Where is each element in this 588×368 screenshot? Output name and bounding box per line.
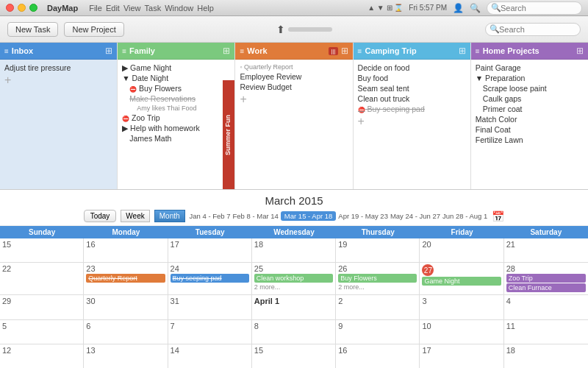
today-button[interactable]: Today [84,210,117,222]
work-menu-icon[interactable]: ≡ [240,47,244,55]
cal-day-16-mar[interactable]: 16 [84,238,168,262]
task-primer-coat[interactable]: Primer coat [476,104,584,114]
cal-day-apr3[interactable]: 3 [420,295,503,319]
cal-day-18-mar[interactable]: 18 [252,238,336,262]
slider[interactable] [288,27,332,32]
menu-help[interactable]: Help [197,4,214,13]
cal-day-apr10[interactable]: 10 [420,320,503,344]
cal-day-apr8[interactable]: 8 [252,320,336,344]
menu-edit[interactable]: Edit [106,4,120,13]
range-apr-may[interactable]: Apr 19 - May 23 [338,212,388,220]
family-action-icon[interactable]: ⊞ [223,46,230,56]
task-buy-flowers[interactable]: ⛔ Buy Flowers [122,83,220,93]
minimize-button[interactable] [18,4,26,12]
cal-day-apr1[interactable]: April 1 [252,295,336,319]
cal-day-apr13[interactable]: 13 [84,344,168,368]
cal-day-apr9[interactable]: 9 [336,320,420,344]
range-jun-aug[interactable]: Jun 28 - Aug 1 [442,212,487,220]
task-match-color[interactable]: Match Color [476,114,584,124]
cal-day-apr4[interactable]: 4 [504,295,588,319]
cal-day-apr5[interactable]: 5 [0,320,84,344]
task-james-math[interactable]: James Math [122,133,220,144]
cal-day-apr12[interactable]: 12 [0,344,84,368]
range-feb-mar[interactable]: Feb 8 - Mar 14 [233,212,279,220]
more-events-26[interactable]: 2 more... [338,283,417,291]
cal-day-apr11[interactable]: 11 [504,320,588,344]
task-buy-food[interactable]: Buy food [358,73,466,83]
event-zoo-trip[interactable]: Zoo Trip [506,274,586,283]
cal-day-17-mar[interactable]: 17 [168,238,252,262]
new-project-button[interactable]: New Project [64,22,123,37]
more-events-25[interactable]: 2 more... [254,283,333,291]
menu-window[interactable]: Window [165,4,193,13]
task-fertilize-lawn[interactable]: Fertilize Lawn [476,135,584,145]
menu-view[interactable]: View [123,4,141,13]
task-game-night[interactable]: ▶ Game Night [122,63,220,73]
toolbar-search[interactable]: 🔍 [485,23,581,36]
cal-day-22[interactable]: 22 [0,263,84,294]
task-seam-tent[interactable]: Seam seal tent [358,83,466,93]
task-clean-truck[interactable]: Clean out truck [358,93,466,104]
camping-menu-icon[interactable]: ≡ [358,47,362,55]
event-clean-workshop[interactable]: Clean workshop [254,274,333,283]
cal-day-19-mar[interactable]: 19 [336,238,420,262]
cal-day-31[interactable]: 31 [168,295,252,319]
inbox-menu-icon[interactable]: ≡ [4,47,9,55]
task-review-budget[interactable]: Review Budget [240,82,348,92]
cal-day-24[interactable]: 24 Buy seeping pad [168,263,252,294]
inbox-action-icon[interactable]: ⊞ [105,46,112,56]
cal-day-27[interactable]: 27 Game Night [420,263,503,294]
menu-task[interactable]: Task [145,4,162,13]
cal-day-23[interactable]: 23 Quarterly Report [84,263,168,294]
event-quarterly-report[interactable]: Quarterly Report [86,274,165,283]
cal-day-apr17[interactable]: 17 [420,344,503,368]
event-buy-flowers[interactable]: Buy Flowers [338,274,417,283]
cal-day-apr18[interactable]: 18 [504,344,588,368]
task-decide-food[interactable]: Decide on food [358,63,466,73]
event-game-night[interactable]: Game Night [422,277,501,286]
range-may-jun[interactable]: May 24 - Jun 27 [390,212,440,220]
cal-day-21-mar[interactable]: 21 [504,238,588,262]
new-task-button[interactable]: New Task [7,22,58,37]
camping-action-icon[interactable]: ⊞ [459,46,466,56]
range-jan-feb[interactable]: Jan 4 - Feb 7 [190,212,231,220]
cal-day-28[interactable]: 28 Zoo Trip Clean Furnace [504,263,588,294]
home-menu-icon[interactable]: ≡ [476,47,480,55]
task-zoo-trip[interactable]: ⛔ Zoo Trip [122,113,220,123]
task-employee-review[interactable]: Employee Review [240,71,348,82]
close-button[interactable] [6,4,14,12]
share-icon[interactable]: ⬆ [276,24,285,35]
month-view-button[interactable]: Month [154,210,185,222]
family-menu-icon[interactable]: ≡ [122,47,126,55]
add-inbox-task[interactable]: + [4,73,112,88]
task-make-reservations[interactable]: Make Reservations [122,93,220,104]
cal-day-20-mar[interactable]: 20 [420,238,503,262]
task-buy-sleeping-pad[interactable]: ⛔ Buy seeping pad [358,104,466,114]
add-camping-task[interactable]: + [358,114,466,129]
cal-day-apr14[interactable]: 14 [168,344,252,368]
cal-day-apr6[interactable]: 6 [84,320,168,344]
cal-day-29[interactable]: 29 [0,295,84,319]
menu-file[interactable]: File [89,4,102,13]
calendar-picker-icon[interactable]: 📅 [492,210,504,222]
work-action-icon[interactable]: ⊞ [341,46,348,56]
task-scrape-paint[interactable]: Scrape loose paint [476,83,584,93]
task-preparation[interactable]: ▼ Preparation [476,73,584,83]
title-search[interactable]: 🔍 [487,1,582,15]
task-caulk-gaps[interactable]: Caulk gaps [476,93,584,104]
range-mar-apr[interactable]: Mar 15 - Apr 18 [281,211,336,221]
week-view-button[interactable]: Week [121,210,149,222]
task-quarterly-report[interactable]: ◦ Quarterly Report [240,63,348,71]
cal-day-15-mar[interactable]: 15 [0,238,84,262]
task-help-homework[interactable]: ▶ Help with homework [122,123,220,133]
cal-day-apr7[interactable]: 7 [168,320,252,344]
add-work-task[interactable]: + [240,92,348,107]
task-final-coat[interactable]: Final Coat [476,124,584,135]
cal-day-26[interactable]: 26 Buy Flowers 2 more... [336,263,420,294]
cal-day-30[interactable]: 30 [84,295,168,319]
cal-day-apr15[interactable]: 15 [252,344,336,368]
event-clean-furnace[interactable]: Clean Furnace [506,283,586,292]
task-date-night[interactable]: ▼ Date Night [122,73,220,83]
task-paint-garage[interactable]: Paint Garage [476,63,584,73]
cal-day-apr16[interactable]: 16 [336,344,420,368]
